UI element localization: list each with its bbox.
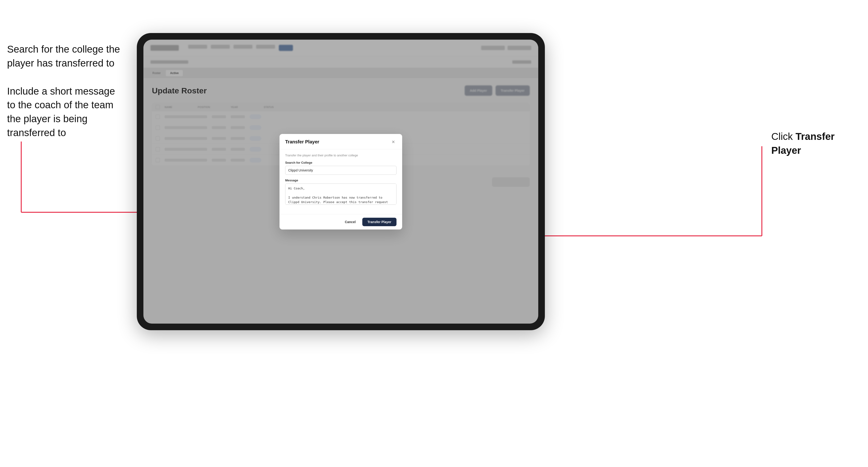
modal-title: Transfer Player bbox=[285, 139, 319, 145]
search-college-label: Search for College bbox=[285, 161, 397, 164]
search-college-group: Search for College bbox=[285, 161, 397, 175]
modal-body: Transfer the player and their profile to… bbox=[280, 149, 402, 214]
annotation-search-text: Search for the college the player has tr… bbox=[7, 42, 125, 70]
cancel-button[interactable]: Cancel bbox=[341, 218, 360, 226]
message-label: Message bbox=[285, 179, 397, 182]
right-annotation: Click Transfer Player bbox=[771, 130, 861, 158]
left-annotation: Search for the college the player has tr… bbox=[7, 42, 125, 154]
transfer-player-button[interactable]: Transfer Player bbox=[362, 218, 397, 226]
annotation-message-text: Include a short message to the coach of … bbox=[7, 85, 125, 140]
modal-close-button[interactable]: ✕ bbox=[390, 139, 397, 145]
modal-subtitle: Transfer the player and their profile to… bbox=[285, 154, 397, 157]
tablet-device: Roster Active Update Roster Add Player T… bbox=[137, 33, 545, 330]
tablet-screen: Roster Active Update Roster Add Player T… bbox=[144, 40, 538, 323]
message-textarea[interactable]: Hi Coach, I understand Chris Robertson h… bbox=[285, 184, 397, 205]
search-college-input[interactable] bbox=[285, 166, 397, 175]
transfer-player-modal: Transfer Player ✕ Transfer the player an… bbox=[280, 134, 402, 229]
modal-header: Transfer Player ✕ bbox=[280, 134, 402, 149]
modal-footer: Cancel Transfer Player bbox=[280, 214, 402, 229]
annotation-click-text: Click Transfer Player bbox=[771, 130, 861, 158]
message-group: Message Hi Coach, I understand Chris Rob… bbox=[285, 179, 397, 206]
modal-overlay: Transfer Player ✕ Transfer the player an… bbox=[144, 40, 538, 323]
